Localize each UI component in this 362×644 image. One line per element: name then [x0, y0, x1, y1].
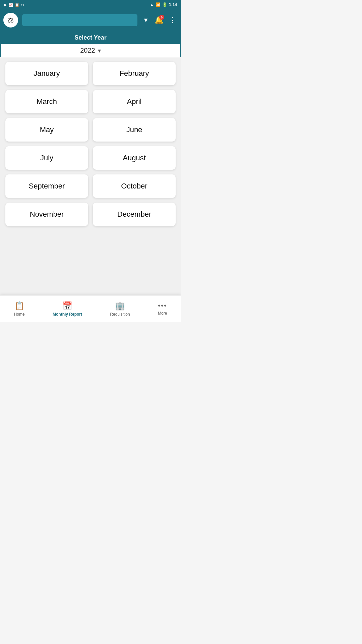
select-year-label: Select Year — [0, 31, 181, 44]
battery-icon: 🔋 — [162, 2, 167, 7]
bottom-navigation: 📋 Home 📅 Monthly Report 🏢 Requisition ••… — [0, 295, 181, 322]
month-button-may[interactable]: May — [5, 118, 88, 142]
nav-item-monthly-report[interactable]: 📅 Monthly Report — [47, 299, 87, 319]
month-button-june[interactable]: June — [93, 118, 176, 142]
activity-icon: 📈 — [8, 3, 13, 7]
month-button-december[interactable]: December — [93, 203, 176, 226]
time-display: 1:14 — [169, 2, 177, 7]
more-icon: ••• — [158, 302, 167, 310]
year-value: 2022 — [80, 47, 95, 54]
month-button-january[interactable]: January — [5, 62, 88, 85]
year-dropdown-arrow-icon: ▾ — [98, 47, 101, 54]
requisition-icon: 🏢 — [115, 301, 125, 311]
emblem-icon: ⚖ — [8, 16, 14, 24]
status-bar: ▶ 📈 📋 ⊙ ▲ 📶 🔋 1:14 — [0, 0, 181, 9]
header-more-button[interactable]: ⋮ — [168, 14, 178, 26]
wifi-icon: ▲ — [150, 2, 154, 7]
sim-icon: 📋 — [15, 3, 19, 7]
monthly-report-icon: 📅 — [62, 301, 72, 311]
month-button-september[interactable]: September — [5, 174, 88, 198]
main-content: JanuaryFebruaryMarchAprilMayJuneJulyAugu… — [0, 58, 181, 322]
signal-icon: 📶 — [156, 2, 161, 7]
month-button-october[interactable]: October — [93, 174, 176, 198]
nav-item-more[interactable]: ••• More — [153, 299, 172, 318]
status-bar-right: ▲ 📶 🔋 1:14 — [150, 2, 177, 7]
header-dropdown-arrow[interactable]: ▼ — [141, 15, 150, 25]
month-grid: JanuaryFebruaryMarchAprilMayJuneJulyAugu… — [0, 58, 181, 230]
year-section: Select Year 2022 ▾ — [0, 31, 181, 57]
month-button-february[interactable]: February — [93, 62, 176, 85]
month-button-august[interactable]: August — [93, 146, 176, 170]
month-button-march[interactable]: March — [5, 90, 88, 113]
app-header: ⚖ ▼ 🔔 0 ⋮ — [0, 9, 181, 31]
requisition-label: Requisition — [110, 312, 130, 317]
notification-badge: 0 — [159, 15, 164, 20]
app-logo: ⚖ — [3, 13, 18, 28]
nav-item-home[interactable]: 📋 Home — [9, 299, 30, 319]
monthly-report-label: Monthly Report — [53, 312, 82, 317]
month-button-july[interactable]: July — [5, 146, 88, 170]
home-icon: 📋 — [14, 301, 24, 311]
year-dropdown[interactable]: 2022 ▾ — [1, 44, 180, 57]
header-title-box — [22, 14, 137, 26]
status-bar-left: ▶ 📈 📋 ⊙ — [4, 3, 24, 7]
month-button-april[interactable]: April — [93, 90, 176, 113]
notification-button[interactable]: 🔔 0 — [153, 14, 165, 26]
more-label: More — [158, 311, 167, 316]
home-label: Home — [14, 312, 25, 317]
record-icon: ⊙ — [21, 3, 24, 7]
nav-item-requisition[interactable]: 🏢 Requisition — [105, 299, 135, 319]
play-icon: ▶ — [4, 3, 7, 7]
month-button-november[interactable]: November — [5, 203, 88, 226]
